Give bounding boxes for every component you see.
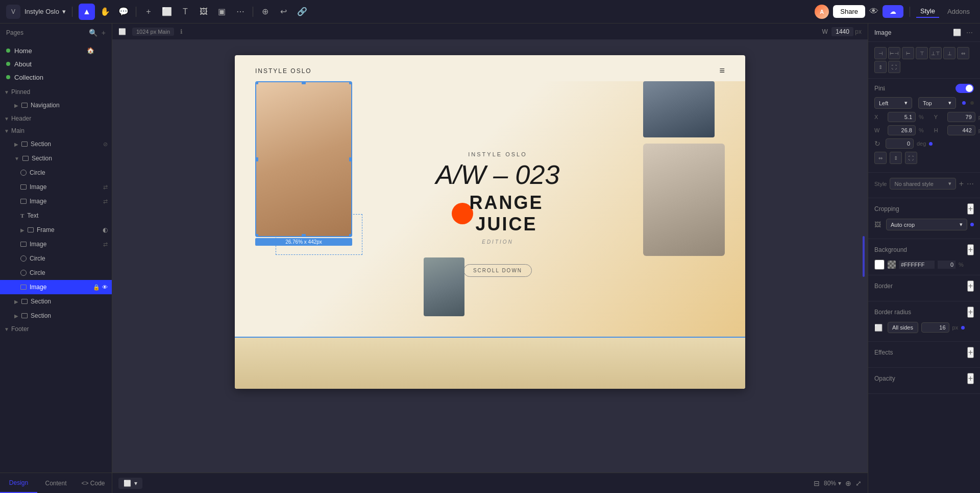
cropping-add[interactable]: + (967, 203, 974, 215)
component-tool[interactable]: ⊕ (257, 4, 274, 20)
layer-section4[interactable]: ▶ Section (0, 309, 112, 323)
h-input[interactable] (947, 125, 975, 135)
layer-image-active[interactable]: Image 🔒 👁 (0, 280, 112, 294)
bg-color-input[interactable] (899, 261, 935, 269)
stretch-btn3[interactable]: ⛶ (905, 152, 917, 164)
undo-tool[interactable]: ↩ (276, 4, 292, 20)
all-sides-dropdown[interactable]: All sides (888, 322, 918, 333)
hero-main-image[interactable] (255, 81, 352, 237)
style-add-button[interactable]: + (959, 179, 964, 189)
hamburger-menu[interactable]: ≡ (719, 65, 725, 76)
stretch-btn2[interactable]: ⇕ (890, 152, 902, 164)
image-tool[interactable]: 🖼 (195, 4, 212, 20)
code-tab[interactable]: <> Code (75, 473, 112, 493)
scroll-down-button[interactable]: SCROLL DOWN (463, 264, 532, 277)
addons-tab[interactable]: Addons (943, 6, 974, 17)
border-radius-input[interactable] (921, 322, 949, 333)
distribute-v[interactable]: ⇕ (874, 61, 887, 73)
style-more-button[interactable]: ⋯ (967, 180, 974, 188)
effects-add[interactable]: + (967, 347, 974, 358)
publish-button[interactable]: ☁ (883, 5, 903, 18)
text-tool[interactable]: T (177, 4, 193, 20)
hand-tool[interactable]: ✋ (97, 4, 113, 20)
pin-toggle[interactable] (955, 84, 974, 93)
style-tab[interactable]: Style (916, 5, 939, 18)
add-page-button[interactable]: + (102, 29, 106, 37)
bg-color-checker[interactable] (888, 261, 896, 269)
comment-tool[interactable]: 💬 (115, 4, 132, 20)
page-item-home[interactable]: Home 🏠 ⋯ (0, 44, 112, 57)
zoom-in-button[interactable]: ⊕ (845, 479, 851, 487)
bg-opacity-input[interactable] (938, 261, 955, 269)
image-icon2[interactable]: ⋯ (965, 28, 974, 37)
layer-image2[interactable]: Image ⇄ (0, 194, 112, 208)
share-button[interactable]: Share (833, 5, 865, 18)
main-group[interactable]: ▼ Main (0, 125, 112, 137)
style-dropdown[interactable]: No shared style ▾ (890, 178, 955, 190)
section4-rect-icon (21, 313, 28, 318)
autocrop-dropdown[interactable]: Auto crop ▾ (886, 219, 967, 230)
align-right[interactable]: ⊢ (902, 47, 914, 59)
align-bottom[interactable]: ⊥ (943, 47, 955, 59)
w-input[interactable] (888, 125, 916, 135)
circle2-icon (20, 255, 27, 262)
frame-selector[interactable]: ⬜ ▾ (118, 478, 142, 489)
footer-group[interactable]: ▼ Footer (0, 323, 112, 335)
fit-screen-button[interactable]: ⤢ (855, 479, 862, 487)
canvas-bottom-bar: ⬜ ▾ ⊟ 80% ▾ ⊕ ⤢ (112, 473, 868, 493)
layer-image1[interactable]: Image ⇄ (0, 180, 112, 194)
background-add[interactable]: + (967, 244, 974, 255)
border-add[interactable]: + (967, 280, 974, 292)
layer-circle2[interactable]: Circle (0, 251, 112, 266)
canvas-viewport[interactable]: INSTYLE OSLO ≡ (112, 40, 868, 473)
rotation-input[interactable] (886, 138, 914, 149)
align-center-v[interactable]: ⊥⊤ (929, 47, 942, 59)
search-pages-button[interactable]: 🔍 (89, 29, 97, 37)
distribute-h[interactable]: ⇔ (957, 47, 969, 59)
stretch-btn1[interactable]: ⇔ (874, 152, 887, 164)
hero-top-image[interactable] (643, 81, 715, 137)
content-tab[interactable]: Content (37, 473, 75, 493)
border-radius-add[interactable]: + (967, 307, 974, 318)
align-left[interactable]: ⊣ (874, 47, 887, 59)
handle-mr (349, 157, 352, 161)
header-group[interactable]: ▼ Header (0, 112, 112, 125)
layer-circle3[interactable]: Circle (0, 266, 112, 280)
layer-image3[interactable]: Image ⇄ (0, 237, 112, 251)
zoom-out-button[interactable]: ⊟ (814, 479, 820, 487)
zoom-display[interactable]: 80% ▾ (824, 480, 841, 487)
left-dropdown[interactable]: Left ▾ (874, 97, 912, 109)
layer-circle1[interactable]: Circle (0, 166, 112, 180)
page-item-collection[interactable]: Collection ⋯ (0, 71, 112, 84)
image-icon1[interactable]: ⬜ (952, 28, 962, 37)
select-tool[interactable]: ▲ (79, 4, 95, 20)
embed-tool[interactable]: ▣ (214, 4, 230, 20)
pin-toggle-switch[interactable] (955, 84, 974, 93)
x-input[interactable] (888, 112, 916, 122)
stretch[interactable]: ⛶ (888, 61, 900, 73)
layer-section3[interactable]: ▶ Section (0, 294, 112, 309)
right-divider (910, 7, 910, 17)
layer-section2[interactable]: ▼ Section (0, 151, 112, 166)
layer-navigation[interactable]: ▶ Navigation (0, 98, 112, 112)
y-input[interactable] (947, 112, 975, 122)
frame-tool[interactable]: ⬜ (159, 4, 175, 20)
align-center-h[interactable]: ⊢⊣ (888, 47, 900, 59)
hero-small-image[interactable] (424, 257, 464, 316)
more-tool[interactable]: ⋯ (232, 4, 249, 20)
layer-text1[interactable]: T Text (0, 208, 112, 223)
add-tool[interactable]: + (140, 4, 157, 20)
top-dropdown[interactable]: Top ▾ (918, 97, 956, 109)
project-title[interactable]: Instyle Oslo ▾ (24, 8, 66, 15)
layer-section1[interactable]: ▶ Section ⊘ (0, 137, 112, 151)
design-tab[interactable]: Design (0, 473, 37, 493)
canvas-scrollbar[interactable] (863, 236, 865, 277)
pinned-group[interactable]: ▼ Pinned (0, 86, 112, 98)
page-item-about[interactable]: About ⋯ (0, 57, 112, 71)
bg-color-swatch[interactable] (874, 260, 885, 270)
layer-frame1[interactable]: ▶ Frame ◐ (0, 223, 112, 237)
align-top[interactable]: ⊤ (916, 47, 928, 59)
hero-bottom-image[interactable] (643, 144, 725, 256)
opacity-add[interactable]: + (967, 373, 974, 384)
redo-tool[interactable]: 🔗 (294, 4, 310, 20)
